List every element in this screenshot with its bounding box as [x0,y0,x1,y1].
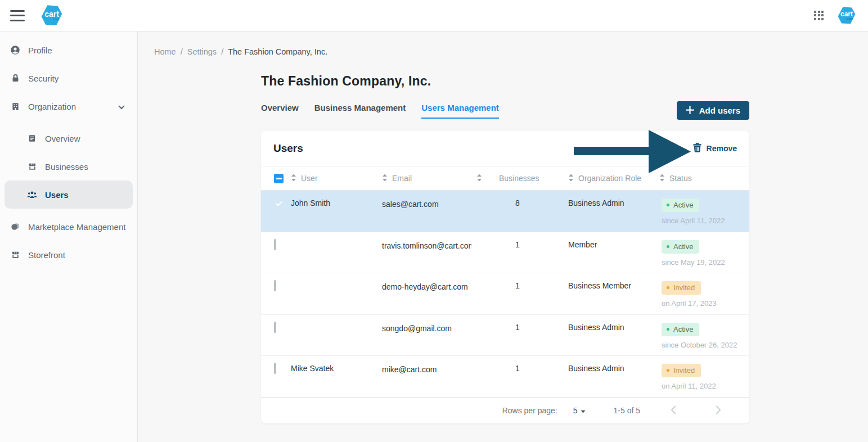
table-row[interactable]: demo-heyday@cart.com 1 Business Member I… [261,273,749,315]
user-businesses: 8 [471,191,563,232]
user-role: Business Admin [563,356,654,397]
sidebar-item-businesses[interactable]: Businesses [0,152,137,181]
row-checkbox[interactable] [274,363,276,374]
add-users-button[interactable]: Add users [677,101,749,120]
breadcrumb-current: The Fashion Company, Inc. [228,47,327,56]
profile-icon [10,45,20,55]
user-role: Business Member [563,273,654,314]
user-email: mike@cart.com [377,356,471,397]
column-header-businesses[interactable]: Businesses [471,166,563,190]
user-businesses: 1 [471,273,563,314]
users-card: Users Remove [261,131,749,423]
previous-page-button[interactable] [667,405,680,416]
rows-per-page-label: Rows per page: [502,406,557,415]
account-logo-text: cart .com [840,11,853,20]
status-label: Invited [673,283,695,292]
user-name: John Smith [286,191,377,232]
user-businesses: 1 [471,356,563,397]
sidebar-item-organization[interactable]: Organization [0,92,137,120]
remove-button[interactable]: Remove [693,143,737,154]
user-businesses: 1 [471,232,563,273]
user-role: Member [563,232,654,273]
user-name [286,273,377,314]
table-row[interactable]: John Smith sales@cart.com 8 Business Adm… [261,191,749,232]
storefront-icon [27,161,37,172]
table-row[interactable]: songdo@gmail.com 1 Business Admin Active… [261,315,749,357]
table-row[interactable]: travis.tomlinson@cart.com 1 Member Activ… [261,232,749,274]
lock-icon [10,73,20,83]
caret-down-icon [581,406,586,415]
status-dot [667,286,669,289]
user-role: Business Admin [563,315,654,356]
sidebar-item-profile[interactable]: Profile [0,36,137,64]
tab-users-management[interactable]: Users Management [421,103,499,119]
sidebar-item-overview[interactable]: Overview [0,124,137,152]
sidebar-item-security[interactable]: Security [0,64,137,92]
status-badge: Active [662,323,699,336]
cart-logo[interactable]: cart .com [41,5,62,26]
sort-icon[interactable] [382,174,388,183]
status-label: Invited [673,366,695,375]
row-checkbox[interactable] [274,322,276,333]
breadcrumb-home[interactable]: Home [154,47,176,56]
sidebar-item-label: Profile [28,46,52,55]
user-businesses: 1 [471,315,563,356]
breadcrumb: Home / Settings / The Fashion Company, I… [154,47,868,56]
tab-business-management[interactable]: Business Management [314,103,406,119]
pagination-range: 1-5 of 5 [614,406,640,415]
table-row[interactable]: Mike Svatek mike@cart.com 1 Business Adm… [261,356,749,398]
row-checkbox[interactable] [274,239,276,250]
select-all-checkbox[interactable] [274,174,284,183]
sort-icon[interactable] [291,174,296,183]
sort-icon[interactable] [476,174,482,183]
apps-grid-icon[interactable] [814,11,824,21]
table-header: User Email Businesses [261,166,749,191]
status-dot [667,369,669,372]
user-name: Mike Svatek [286,356,377,397]
topbar: cart .com cart .com [0,0,868,31]
sidebar-item-label: Organization [28,102,76,111]
row-checkbox[interactable] [274,280,276,291]
chevron-down-icon[interactable] [118,102,125,111]
sidebar-item-label: Overview [45,134,80,143]
tabs: Overview Business Management Users Manag… [261,103,499,119]
user-email: songdo@gmail.com [377,315,471,356]
sidebar: Profile Security Organization Overview [0,31,138,442]
status-date: since April 11, 2022 [662,217,746,225]
status-date: on April 17, 2023 [662,299,746,308]
sort-icon[interactable] [659,174,665,183]
sidebar-item-label: Users [45,190,69,200]
hamburger-menu-icon[interactable] [10,10,25,21]
next-page-button[interactable] [712,405,725,416]
tab-overview[interactable]: Overview [261,103,299,119]
status-badge: Active [662,199,699,212]
table-footer: Rows per page: 5 1-5 of 5 [261,398,749,423]
breadcrumb-settings[interactable]: Settings [187,47,217,56]
marketplace-icon [10,222,20,232]
organization-icon [10,101,20,111]
trash-icon [693,143,701,154]
user-email: travis.tomlinson@cart.com [377,232,471,273]
status-badge: Invited [662,281,701,295]
user-role: Business Admin [563,191,654,232]
user-name [286,232,377,273]
account-cart-logo[interactable]: cart .com [838,7,856,25]
status-date: since May 19, 2022 [662,258,746,267]
sort-icon[interactable] [568,174,574,183]
overview-document-icon [27,133,37,143]
plus-icon [686,106,694,116]
column-header-organization-role[interactable]: Organization Role [563,166,654,190]
rows-per-page-select[interactable]: 5 [573,406,586,415]
sidebar-item-label: Marketplace Management [28,222,125,232]
sidebar-item-users[interactable]: Users [5,181,133,209]
sidebar-item-storefront[interactable]: Storefront [0,241,137,269]
status-date: since October 26, 2022 [662,341,746,349]
sidebar-item-marketplace-management[interactable]: Marketplace Management [0,213,137,241]
column-header-email[interactable]: Email [377,166,471,190]
column-header-user[interactable]: User [286,166,377,190]
user-email: demo-heyday@cart.com [377,273,471,314]
users-table-body: John Smith sales@cart.com 8 Business Adm… [261,191,749,398]
column-header-status[interactable]: Status [654,166,749,190]
storefront-icon [10,250,20,260]
breadcrumb-separator: / [181,47,183,56]
